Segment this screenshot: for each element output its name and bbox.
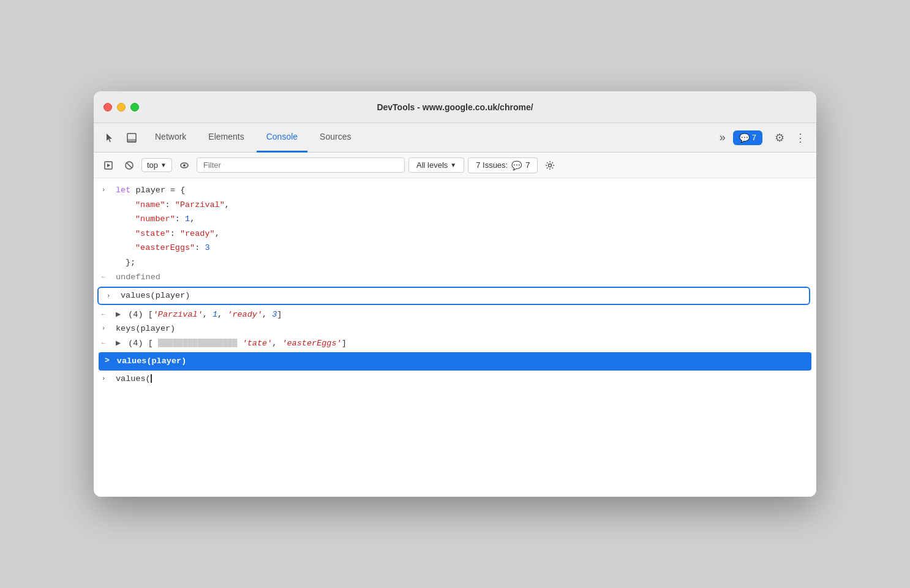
line-content: "state": "ready", bbox=[113, 227, 810, 241]
close-button[interactable] bbox=[103, 103, 112, 111]
autocomplete-text: values(player) bbox=[117, 355, 186, 368]
line-content: values(player) bbox=[118, 289, 809, 303]
line-content: ▶ (4) [ ████████████████ 'tate', 'easter… bbox=[113, 337, 810, 350]
expand-arrow[interactable]: › bbox=[102, 374, 106, 385]
function-call: values(player) bbox=[121, 291, 190, 300]
console-toolbar: top ▼ All levels ▼ 7 Issues: 💬 7 bbox=[94, 153, 816, 178]
line-gutter: › bbox=[94, 184, 113, 196]
line-content: "number": 1, bbox=[113, 213, 810, 226]
line-content: values( bbox=[113, 372, 810, 386]
keyword-let: let bbox=[116, 186, 135, 195]
line-gutter: › bbox=[94, 372, 113, 385]
filter-input[interactable] bbox=[197, 157, 405, 173]
function-call: keys(player) bbox=[116, 324, 175, 333]
line-gutter: ← bbox=[94, 337, 113, 349]
text-cursor bbox=[151, 374, 152, 383]
line-gutter: › bbox=[94, 322, 113, 334]
expand-arrow[interactable]: › bbox=[102, 323, 106, 334]
line-content: "easterEggs": 3 bbox=[113, 241, 810, 255]
levels-dropdown-icon: ▼ bbox=[450, 162, 456, 168]
output-arrow: ← bbox=[102, 309, 106, 320]
context-selector[interactable]: top ▼ bbox=[141, 158, 172, 172]
autocomplete-suggestion[interactable]: > values(player) bbox=[99, 352, 811, 371]
log-levels-button[interactable]: All levels ▼ bbox=[408, 157, 464, 173]
settings-button[interactable]: ⚙ bbox=[770, 128, 789, 148]
traffic-lights bbox=[103, 103, 139, 111]
console-line: "name": "Parzival", bbox=[94, 198, 816, 213]
line-content: }; bbox=[113, 256, 810, 270]
expand-arrow[interactable]: › bbox=[107, 291, 111, 302]
context-dropdown-icon: ▼ bbox=[160, 162, 167, 168]
dock-icon[interactable] bbox=[123, 129, 140, 146]
console-line: "state": "ready", bbox=[94, 227, 816, 241]
issues-chat-icon: 💬 bbox=[739, 133, 750, 143]
line-gutter: ← bbox=[94, 271, 113, 283]
line-gutter bbox=[94, 213, 113, 214]
tab-elements[interactable]: Elements bbox=[198, 123, 254, 153]
window-title: DevTools - www.google.co.uk/chrome/ bbox=[377, 102, 533, 112]
tabbar: Network Elements Console Sources » 💬 7 ⚙… bbox=[94, 123, 816, 153]
console-output: › let player = { "name": "Parzival", "nu… bbox=[94, 178, 816, 497]
run-script-button[interactable] bbox=[100, 157, 117, 174]
output-arrow: ← bbox=[102, 272, 106, 283]
devtools-window: DevTools - www.google.co.uk/chrome/ Netw… bbox=[94, 91, 816, 497]
eye-button[interactable] bbox=[176, 157, 193, 174]
minimize-button[interactable] bbox=[117, 103, 126, 111]
line-gutter bbox=[94, 241, 113, 243]
line-content: undefined bbox=[113, 271, 810, 284]
more-tabs-button[interactable]: » bbox=[715, 131, 731, 144]
line-content: keys(player) bbox=[113, 322, 810, 336]
line-gutter bbox=[94, 227, 113, 228]
autocomplete-arrow: > bbox=[105, 355, 110, 368]
console-line: › let player = { bbox=[94, 183, 816, 198]
highlighted-input-line: › values(player) bbox=[97, 287, 810, 305]
svg-point-7 bbox=[183, 164, 186, 167]
titlebar: DevTools - www.google.co.uk/chrome/ bbox=[94, 91, 816, 123]
line-gutter: ← bbox=[94, 308, 113, 320]
undefined-value: undefined bbox=[116, 273, 160, 282]
issues-button[interactable]: 7 Issues: 💬 7 bbox=[468, 157, 538, 173]
cursor-tool-icon[interactable] bbox=[101, 129, 118, 146]
line-gutter bbox=[94, 256, 113, 257]
expand-array-arrow[interactable]: ▶ bbox=[116, 339, 121, 348]
tab-network[interactable]: Network bbox=[145, 123, 196, 153]
code-str: "name" bbox=[135, 200, 165, 209]
console-line-output: ← ▶ (4) ['Parzival', 1, 'ready', 3] bbox=[94, 307, 816, 322]
partial-output-container: ← ▶ (4) [ ████████████████ 'tate', 'east… bbox=[94, 336, 816, 371]
maximize-button[interactable] bbox=[130, 103, 139, 111]
tab-console[interactable]: Console bbox=[257, 123, 307, 153]
console-line: }; bbox=[94, 255, 816, 270]
context-label: top bbox=[147, 160, 158, 170]
tab-sources[interactable]: Sources bbox=[310, 123, 361, 153]
line-gutter: › bbox=[99, 290, 118, 302]
console-line: › keys(player) bbox=[94, 322, 816, 336]
issues-badge[interactable]: 💬 7 bbox=[733, 130, 762, 145]
console-line-partial: ← ▶ (4) [ ████████████████ 'tate', 'east… bbox=[94, 336, 816, 351]
line-content: ▶ (4) ['Parzival', 1, 'ready', 3] bbox=[113, 308, 810, 322]
issues-count-icon: 💬 bbox=[511, 160, 522, 170]
svg-marker-3 bbox=[107, 164, 110, 167]
expand-arrow[interactable]: › bbox=[102, 185, 106, 196]
svg-point-8 bbox=[549, 164, 552, 167]
console-line: "easterEggs": 3 bbox=[94, 241, 816, 255]
svg-rect-1 bbox=[127, 139, 136, 142]
line-content: let player = { bbox=[113, 184, 810, 197]
svg-line-5 bbox=[127, 163, 132, 168]
line-gutter bbox=[94, 198, 113, 200]
console-settings-button[interactable] bbox=[541, 157, 558, 174]
line-content: "name": "Parzival", bbox=[113, 198, 810, 212]
clear-console-button[interactable] bbox=[121, 157, 138, 174]
var-name: player = { bbox=[135, 186, 185, 195]
menu-button[interactable]: ⋮ bbox=[792, 129, 809, 146]
console-line-output: ← undefined bbox=[94, 270, 816, 285]
console-input-line: › values( bbox=[94, 372, 816, 386]
console-line: "number": 1, bbox=[94, 212, 816, 227]
input-text: values( bbox=[116, 374, 151, 383]
expand-array-arrow[interactable]: ▶ bbox=[116, 310, 121, 319]
output-arrow: ← bbox=[102, 338, 106, 349]
